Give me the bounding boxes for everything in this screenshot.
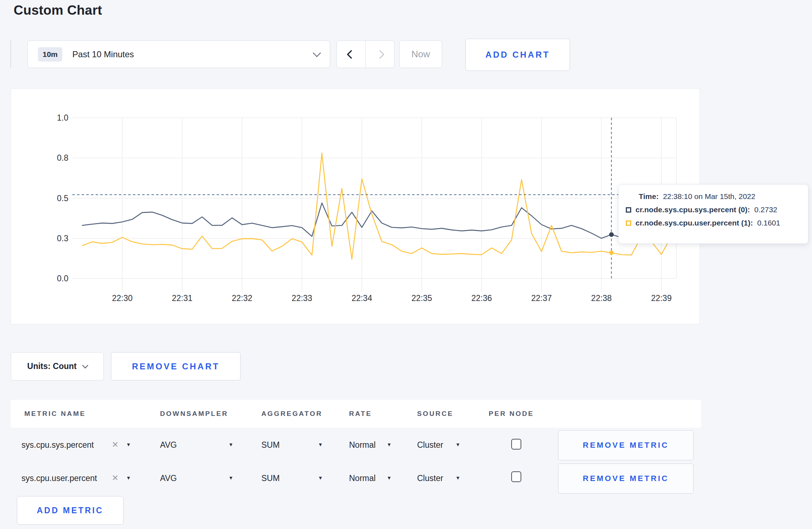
x-tick-label: 22:34 xyxy=(352,293,372,303)
col-aggregator: AGGREGATOR xyxy=(261,410,323,418)
time-range-badge: 10m xyxy=(38,47,62,62)
chevron-right-icon xyxy=(375,50,384,59)
add-metric-button[interactable]: ADD METRIC xyxy=(17,496,124,525)
chevron-down-icon xyxy=(82,362,88,368)
tooltip-series-row: cr.node.sys.cpu.user.percent (1): 0.1601 xyxy=(626,219,799,227)
tooltip-series-value: 0.2732 xyxy=(754,205,777,214)
col-metric-name: METRIC NAME xyxy=(24,410,86,418)
x-tick-label: 22:37 xyxy=(531,293,552,303)
chevron-left-icon xyxy=(347,50,356,59)
series-sys-swatch-icon xyxy=(626,207,631,213)
hover-dot-sys xyxy=(609,232,614,237)
col-source: SOURCE xyxy=(417,410,454,418)
y-tick-label: 0.0 xyxy=(57,274,68,283)
col-downsampler: DOWNSAMPLER xyxy=(160,410,228,418)
downsampler-select[interactable]: AVG xyxy=(160,474,177,483)
aggregator-select[interactable]: SUM xyxy=(261,440,280,450)
caret-down-icon[interactable]: ▼ xyxy=(387,442,392,447)
remove-chart-button[interactable]: REMOVE CHART xyxy=(111,352,241,380)
caret-down-icon[interactable]: ▼ xyxy=(455,475,460,481)
chart-canvas[interactable]: 0.00.30.50.81.022:3022:3122:3222:3322:34… xyxy=(11,89,700,324)
caret-down-icon[interactable]: ▼ xyxy=(455,442,460,447)
y-tick-label: 0.5 xyxy=(57,194,68,203)
metric-name-value[interactable]: sys.cpu.user.percent xyxy=(21,474,97,483)
time-range-selector[interactable]: 10m Past 10 Minutes xyxy=(28,40,330,68)
chevron-down-icon xyxy=(313,49,321,57)
x-tick-label: 22:39 xyxy=(651,293,672,303)
per-node-checkbox[interactable] xyxy=(511,471,521,482)
y-tick-label: 1.0 xyxy=(57,113,68,122)
hover-dot-user xyxy=(609,251,614,255)
caret-down-icon[interactable]: ▼ xyxy=(318,442,323,447)
tooltip-series-label: cr.node.sys.cpu.sys.percent (0): xyxy=(635,205,750,214)
add-chart-button[interactable]: ADD CHART xyxy=(465,39,570,71)
page-title: Custom Chart xyxy=(14,3,102,18)
rate-select[interactable]: Normal xyxy=(349,440,376,450)
chart-card: 0.00.30.50.81.022:3022:3122:3222:3322:34… xyxy=(11,88,700,324)
x-tick-label: 22:30 xyxy=(112,293,133,303)
x-tick-label: 22:33 xyxy=(292,293,313,303)
tooltip-series-value: 0.1601 xyxy=(757,219,780,227)
per-node-checkbox[interactable] xyxy=(511,439,521,450)
caret-down-icon[interactable]: ▼ xyxy=(318,475,323,481)
tooltip-time-row: Time: 22:38:10 on Mar 15th, 2022 xyxy=(639,192,799,201)
rate-select[interactable]: Normal xyxy=(349,474,376,483)
x-tick-label: 22:38 xyxy=(591,293,612,303)
x-tick-label: 22:32 xyxy=(232,293,252,303)
chart-tooltip: Time: 22:38:10 on Mar 15th, 2022 cr.node… xyxy=(618,184,808,244)
source-select[interactable]: Cluster xyxy=(417,474,443,483)
metric-name-value[interactable]: sys.cpu.sys.percent xyxy=(21,440,94,450)
tooltip-time-label: Time: xyxy=(639,192,659,201)
prev-time-button[interactable] xyxy=(337,41,366,68)
source-select[interactable]: Cluster xyxy=(417,440,443,450)
series-sys-line xyxy=(82,203,671,238)
time-pager xyxy=(337,40,395,68)
y-tick-label: 0.3 xyxy=(57,234,68,243)
remove-metric-x-icon[interactable]: ✕ xyxy=(112,473,119,483)
x-tick-label: 22:35 xyxy=(411,293,432,303)
y-tick-label: 0.8 xyxy=(57,153,68,162)
remove-metric-button[interactable]: REMOVE METRIC xyxy=(558,464,693,494)
col-rate: RATE xyxy=(349,410,372,418)
series-user-line xyxy=(82,153,671,259)
caret-down-icon[interactable]: ▼ xyxy=(228,442,233,447)
now-button[interactable]: Now xyxy=(399,40,442,68)
aggregator-select[interactable]: SUM xyxy=(261,474,280,483)
remove-metric-x-icon[interactable]: ✕ xyxy=(112,440,119,450)
x-tick-label: 22:36 xyxy=(471,293,492,303)
next-time-button[interactable] xyxy=(366,41,394,68)
tooltip-series-row: cr.node.sys.cpu.sys.percent (0): 0.2732 xyxy=(626,205,799,214)
series-user-swatch-icon xyxy=(626,220,631,226)
caret-down-icon[interactable]: ▼ xyxy=(126,475,131,481)
remove-metric-button[interactable]: REMOVE METRIC xyxy=(558,430,693,460)
units-label: Units: Count xyxy=(27,361,77,371)
units-selector[interactable]: Units: Count xyxy=(11,352,104,380)
metrics-table-header: METRIC NAME DOWNSAMPLER AGGREGATOR RATE … xyxy=(11,400,701,428)
col-per-node: PER NODE xyxy=(489,410,534,418)
toolbar-divider xyxy=(10,40,11,68)
downsampler-select[interactable]: AVG xyxy=(160,440,177,450)
caret-down-icon[interactable]: ▼ xyxy=(126,442,131,447)
caret-down-icon[interactable]: ▼ xyxy=(228,475,233,481)
x-tick-label: 22:31 xyxy=(172,293,193,303)
time-range-label: Past 10 Minutes xyxy=(72,49,134,59)
tooltip-time-value: 22:38:10 on Mar 15th, 2022 xyxy=(663,192,755,201)
caret-down-icon[interactable]: ▼ xyxy=(387,475,392,481)
tooltip-series-label: cr.node.sys.cpu.user.percent (1): xyxy=(635,219,753,227)
